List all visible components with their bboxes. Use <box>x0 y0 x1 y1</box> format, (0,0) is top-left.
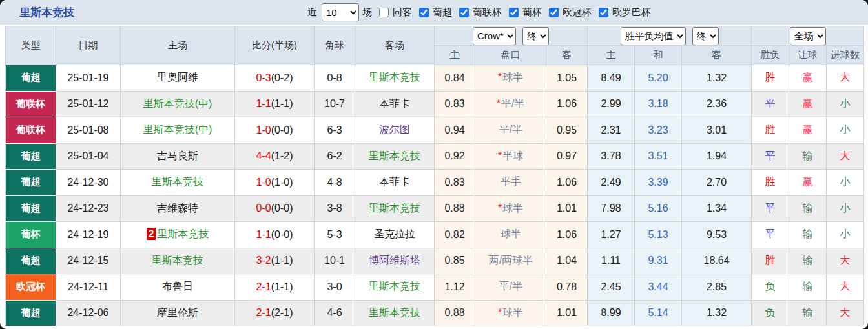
home-team-name[interactable]: 吉马良斯 <box>157 150 198 161</box>
avg-odds-draw: 5.13 <box>635 222 682 248</box>
home-team[interactable]: 里奥阿维 <box>121 65 235 92</box>
home-team-name[interactable]: 里斯本竞技 <box>152 255 203 266</box>
same-away-checkbox[interactable] <box>379 8 389 17</box>
home-team[interactable]: 里斯本竞技 <box>121 248 235 274</box>
col-header-score: 比分(半场) <box>235 26 315 65</box>
avg-odds-away: 2.70 <box>682 170 752 196</box>
away-team-name[interactable]: 本菲卡 <box>379 176 410 187</box>
away-team[interactable]: 里斯本竞技 <box>355 195 435 222</box>
handicap-result-badge: 赢 <box>789 117 827 144</box>
away-team[interactable]: 里斯本竞技 <box>355 300 435 326</box>
league-checkbox-2[interactable] <box>509 8 519 17</box>
avg-odds-select[interactable]: 胜平负均值 <box>621 27 686 45</box>
home-team[interactable]: 里斯本竞技 <box>121 170 235 196</box>
subcol-avg-draw: 和 <box>635 46 682 65</box>
score-cell: 3-2(1-1) <box>235 248 315 274</box>
home-team-name[interactable]: 里斯本竞技 <box>152 176 203 187</box>
subcol-result: 胜负 <box>752 46 789 65</box>
home-team-name[interactable]: 里斯本竞技 <box>157 228 209 239</box>
goals-result-badge: 小 <box>827 170 864 196</box>
home-team-name[interactable]: 吉维森特 <box>157 203 198 214</box>
odds-company-select[interactable]: Crow* <box>473 27 516 45</box>
handicap-odds-home: 0.94 <box>435 117 475 144</box>
handicap-line: 两/两球半 <box>475 248 546 274</box>
score-cell: 2-1(2-1) <box>235 300 315 326</box>
handicap-odds-home: 0.85 <box>435 248 475 274</box>
league-checkbox-4[interactable] <box>599 8 608 17</box>
away-team[interactable]: 圣克拉拉 <box>355 222 435 248</box>
home-team[interactable]: 里斯本竞技(中) <box>121 117 235 144</box>
half-score: (1-1) <box>271 98 293 109</box>
handicap-result-badge: 输 <box>789 222 827 248</box>
handicap-odds-away: 0.97 <box>546 143 588 170</box>
handicap-text: 半球 <box>502 150 523 161</box>
near-label: 近 <box>307 6 317 19</box>
league-checkbox-3[interactable] <box>549 8 559 17</box>
handicap-odds-away: 1.05 <box>546 65 588 92</box>
away-team[interactable]: 波尔图 <box>355 117 435 144</box>
league-checkbox-0[interactable] <box>419 8 429 17</box>
score-cell: 1-1(0-0) <box>235 222 315 248</box>
handicap-line: 平手 <box>475 170 546 196</box>
handicap-line: 平/半 <box>475 274 546 301</box>
match-date: 24-12-30 <box>56 170 121 196</box>
avg-odds-away: 9.53 <box>682 222 752 248</box>
handicap-odds-away: 1.01 <box>546 300 588 326</box>
avg-time-select[interactable]: 终 <box>692 27 719 45</box>
league-checkbox-1[interactable] <box>459 8 469 17</box>
away-team-name[interactable]: 里斯本竞技 <box>369 72 420 83</box>
handicap-odds-away: 1.04 <box>546 248 588 274</box>
corner-count: 10-1 <box>315 248 355 274</box>
handicap-odds-home: 0.88 <box>435 195 475 222</box>
home-team-name[interactable]: 里奥阿维 <box>157 72 198 83</box>
home-team[interactable]: 里斯本竞技(中) <box>121 91 235 117</box>
league-badge: 葡超 <box>6 65 56 92</box>
handicap-text: 球半 <box>502 72 523 83</box>
league-label-2: 葡杯 <box>522 6 542 19</box>
away-team[interactable]: 里斯本竞技 <box>355 143 435 170</box>
home-team-name[interactable]: 里斯本竞技(中) <box>143 124 212 135</box>
home-team-name[interactable]: 摩里伦斯 <box>157 307 198 318</box>
star-marker: * <box>498 307 502 318</box>
home-team-name[interactable]: 布鲁日 <box>162 281 193 292</box>
away-team-name[interactable]: 波尔图 <box>379 124 410 135</box>
handicap-odds-home: 0.92 <box>435 143 475 170</box>
away-team[interactable]: 里斯本竞技 <box>355 65 435 92</box>
home-team[interactable]: 吉维森特 <box>121 195 235 222</box>
home-team-name[interactable]: 里斯本竞技(中) <box>143 98 212 109</box>
away-team[interactable]: 本菲卡 <box>355 170 435 196</box>
score-cell: 0-3(0-2) <box>235 65 315 92</box>
handicap-line: *球半 <box>475 65 546 92</box>
away-team-name[interactable]: 里斯本竞技 <box>369 203 420 214</box>
home-team[interactable]: 2里斯本竞技 <box>121 222 235 248</box>
home-team[interactable]: 布鲁日 <box>121 274 235 301</box>
away-team-name[interactable]: 里斯本竞技 <box>369 307 420 318</box>
half-score: (2-1) <box>271 307 293 318</box>
handicap-text: 球半 <box>501 228 521 239</box>
col-header-corner: 角球 <box>315 26 355 65</box>
away-team-name[interactable]: 圣克拉拉 <box>374 228 415 239</box>
home-team[interactable]: 摩里伦斯 <box>121 300 235 326</box>
avg-odds-away: 2.36 <box>682 91 752 117</box>
result-badge: 平 <box>752 91 789 117</box>
away-team[interactable]: 博阿维斯塔 <box>355 248 435 274</box>
away-team[interactable]: 里斯本竞技 <box>355 274 435 301</box>
home-team[interactable]: 吉马良斯 <box>121 143 235 170</box>
league-label-1: 葡联杯 <box>473 6 502 19</box>
match-history-table: 类型 日期 主场 比分(半场) 角球 客场 Crow* 终 胜平负均值 终 <box>5 26 864 326</box>
away-team[interactable]: 本菲卡 <box>355 91 435 117</box>
scope-select[interactable]: 全场 <box>790 27 826 45</box>
avg-odds-draw: 9.31 <box>635 248 682 274</box>
away-team-name[interactable]: 博阿维斯塔 <box>369 255 420 266</box>
avg-odds-home: 2.49 <box>588 170 635 196</box>
away-team-name[interactable]: 本菲卡 <box>379 98 410 109</box>
result-badge: 胜 <box>752 65 789 92</box>
table-row: 葡超 24-12-30 里斯本竞技 1-0(1-0) 4-8 本菲卡 0.83 … <box>6 170 864 196</box>
near-count-select[interactable]: 10 <box>322 3 359 21</box>
match-history-panel: 里斯本竞技 近 10 场 同客 葡超 葡联杯 葡杯 欧冠杯 欧罗巴杯 类型 <box>0 0 868 329</box>
result-badge: 平 <box>752 143 789 170</box>
odds-time-select[interactable]: 终 <box>522 27 549 45</box>
away-team-name[interactable]: 里斯本竞技 <box>369 150 420 161</box>
away-team-name[interactable]: 里斯本竞技 <box>369 281 420 292</box>
odds-company-header: Crow* 终 <box>435 26 588 46</box>
